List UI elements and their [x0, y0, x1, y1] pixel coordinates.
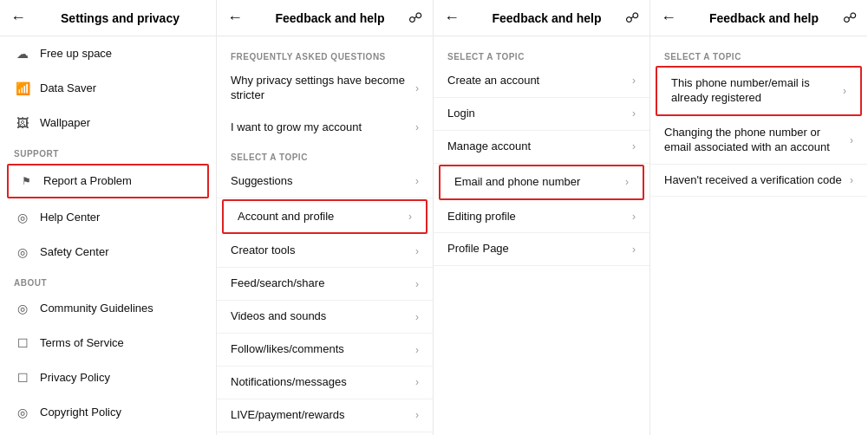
select-topic-label-panel4: SELECT A TOPIC: [650, 43, 867, 65]
sidebar-item-free-up-space[interactable]: ☁ Free up space: [0, 36, 216, 71]
topic-create-account[interactable]: Create an account ›: [434, 65, 649, 98]
sidebar-item-help-center[interactable]: ◎ Help Center: [0, 200, 216, 235]
feedback-panel-topics: ← Feedback and help ☍ FREQUENTLY ASKED Q…: [217, 0, 434, 435]
select-topic-label-panel2: SELECT A TOPIC: [217, 144, 433, 166]
sidebar-item-data-saver[interactable]: 📶 Data Saver: [0, 71, 216, 106]
chevron-icon: ›: [415, 344, 419, 356]
sidebar-item-report-problem[interactable]: ⚑ Report a Problem: [7, 164, 209, 198]
panel2-content: FREQUENTLY ASKED QUESTIONS Why privacy s…: [217, 36, 433, 435]
faq-item-privacy[interactable]: Why privacy settings have become stricte…: [217, 65, 433, 112]
chevron-icon: ›: [415, 82, 419, 94]
chevron-icon: ›: [415, 409, 419, 421]
topic-creator-tools[interactable]: Creator tools ›: [217, 235, 433, 268]
back-icon-panel1[interactable]: ←: [10, 9, 26, 27]
chevron-icon: ›: [415, 376, 419, 388]
topic-notifications-messages[interactable]: Notifications/messages ›: [217, 367, 433, 399]
topic-follow-likes-comments[interactable]: Follow/likes/comments ›: [217, 334, 433, 367]
panel4-content: SELECT A TOPIC This phone number/email i…: [650, 36, 867, 435]
community-icon: ◎: [14, 300, 31, 317]
chevron-icon: ›: [843, 85, 846, 97]
chevron-icon: ›: [415, 311, 419, 323]
chevron-icon: ›: [415, 121, 419, 133]
sidebar-item-wallpaper[interactable]: 🖼 Wallpaper: [0, 106, 216, 140]
safety-icon: ◎: [14, 243, 31, 261]
feedback-panel-phone: ← Feedback and help ☍ SELECT A TOPIC Thi…: [650, 0, 867, 435]
report-icon: ⚑: [17, 172, 35, 190]
panel1-header: ← Settings and privacy: [0, 0, 216, 36]
sidebar-item-privacy-policy[interactable]: ☐ Privacy Policy: [0, 360, 216, 395]
panel2-title: Feedback and help: [251, 11, 408, 25]
topic-suggestions[interactable]: Suggestions ›: [217, 166, 433, 198]
chevron-icon: ›: [850, 134, 853, 146]
data-icon: 📶: [14, 80, 31, 97]
edit-icon-panel3[interactable]: ☍: [625, 10, 639, 26]
faq-item-grow[interactable]: I want to grow my account ›: [217, 112, 433, 144]
faq-section-label: FREQUENTLY ASKED QUESTIONS: [217, 43, 433, 65]
panel1-title: Settings and privacy: [35, 11, 206, 25]
chevron-icon: ›: [625, 176, 629, 188]
edit-icon-panel2[interactable]: ☍: [408, 10, 422, 26]
chevron-icon: ›: [850, 174, 853, 186]
terms-icon: ☐: [14, 334, 31, 352]
topic-feed-search-share[interactable]: Feed/search/share ›: [217, 268, 433, 301]
back-icon-panel2[interactable]: ←: [227, 9, 243, 27]
topic-email-phone-number[interactable]: Email and phone number ›: [439, 165, 644, 200]
chevron-icon: ›: [415, 278, 419, 290]
sidebar-item-safety-center[interactable]: ◎ Safety Center: [0, 235, 216, 269]
chevron-icon: ›: [415, 245, 419, 257]
privacy-icon: ☐: [14, 369, 31, 386]
topic-editing-profile[interactable]: Editing profile ›: [434, 201, 649, 234]
chevron-icon: ›: [415, 175, 419, 187]
topic-profile-page[interactable]: Profile Page ›: [434, 233, 649, 266]
chevron-icon: ›: [632, 107, 636, 120]
chevron-icon: ›: [632, 211, 636, 223]
topic-videos-sounds[interactable]: Videos and sounds ›: [217, 301, 433, 334]
settings-panel: ← Settings and privacy ☁ Free up space 📶…: [0, 0, 217, 435]
select-topic-label-panel3: SELECT A TOPIC: [434, 43, 649, 65]
support-section-label: SUPPORT: [0, 140, 216, 162]
panel3-header: ← Feedback and help ☍: [434, 0, 649, 36]
help-icon: ◎: [14, 209, 31, 226]
sidebar-item-copyright-policy[interactable]: ◎ Copyright Policy: [0, 395, 216, 430]
topic-changing-phone-email[interactable]: Changing the phone number or email assoc…: [650, 117, 867, 165]
panel3-content: SELECT A TOPIC Create an account › Login…: [434, 36, 649, 435]
panel4-header: ← Feedback and help ☍: [650, 0, 867, 36]
topic-manage-account[interactable]: Manage account ›: [434, 131, 649, 164]
chevron-icon: ›: [632, 140, 636, 153]
cloud-icon: ☁: [14, 45, 31, 62]
topic-already-registered[interactable]: This phone number/email is already regis…: [656, 66, 862, 116]
panel4-title: Feedback and help: [685, 11, 843, 25]
topic-login[interactable]: Login ›: [434, 98, 649, 131]
panel3-title: Feedback and help: [468, 11, 625, 25]
panel2-header: ← Feedback and help ☍: [217, 0, 433, 36]
chevron-icon: ›: [408, 211, 412, 223]
wallpaper-icon: 🖼: [14, 114, 31, 132]
chevron-icon: ›: [632, 75, 636, 87]
topic-account-profile[interactable]: Account and profile ›: [222, 199, 427, 235]
about-section-label: ABOUT: [0, 269, 216, 291]
edit-icon-panel4[interactable]: ☍: [843, 10, 857, 26]
back-icon-panel4[interactable]: ←: [661, 9, 676, 27]
topic-live-payment-rewards[interactable]: LIVE/payment/rewards ›: [217, 399, 433, 432]
feedback-panel-account: ← Feedback and help ☍ SELECT A TOPIC Cre…: [434, 0, 650, 435]
chevron-icon: ›: [632, 243, 636, 256]
back-icon-panel3[interactable]: ←: [444, 9, 460, 27]
topic-no-verification-code[interactable]: Haven't received a verification code ›: [650, 165, 867, 198]
copyright-icon: ◎: [14, 404, 31, 421]
sidebar-item-community-guidelines[interactable]: ◎ Community Guidelines: [0, 291, 216, 326]
sidebar-item-terms-of-service[interactable]: ☐ Terms of Service: [0, 326, 216, 360]
login-section-label: LOGIN: [0, 430, 216, 435]
panel1-content: ☁ Free up space 📶 Data Saver 🖼 Wallpaper…: [0, 36, 216, 435]
